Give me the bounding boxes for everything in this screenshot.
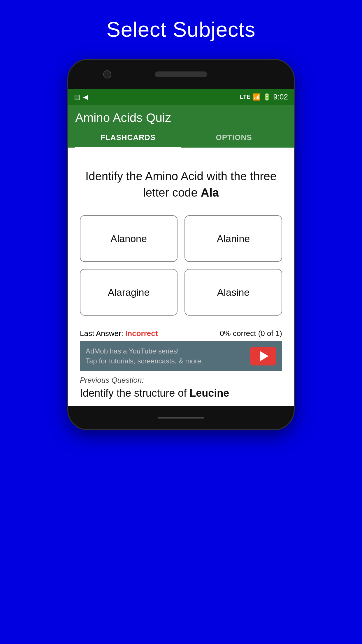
bottom-status: Last Answer: Incorrect 0% correct (0 of … [80, 324, 282, 341]
tabs-row: FLASHCARDS OPTIONS [75, 128, 287, 148]
ad-banner[interactable]: AdMob has a YouTube series! Tap for tuto… [80, 341, 282, 371]
previous-question: Identify the structure of Leucine [80, 386, 282, 400]
power-button [67, 118, 68, 144]
answer-button-2[interactable]: Alanine [184, 215, 282, 262]
phone-bottom [68, 406, 294, 429]
tab-flashcards[interactable]: FLASHCARDS [75, 128, 181, 148]
previous-section: Previous Question: Identify the structur… [80, 376, 282, 406]
tab-options[interactable]: OPTIONS [181, 128, 287, 148]
ad-text: AdMob has a YouTube series! Tap for tuto… [86, 346, 203, 366]
volume-down-button [294, 136, 295, 153]
front-camera [103, 70, 111, 78]
page-title: Select Subjects [106, 18, 255, 41]
signal-icon: 📶 [253, 93, 261, 101]
youtube-button[interactable] [250, 347, 276, 365]
ad-line2: Tap for tutorials, screencasts, & more. [86, 356, 203, 366]
notification-icon: ◀ [83, 93, 88, 101]
status-bar-left: ▤ ◀ [74, 93, 88, 101]
status-bar-right: LTE 📶 🔋 9:02 [240, 92, 288, 102]
answer-button-1[interactable]: Alanone [80, 215, 178, 262]
question-highlight: Ala [201, 186, 219, 199]
answer-button-3[interactable]: Alaragine [80, 269, 178, 316]
last-answer-label: Last Answer: [80, 329, 123, 338]
phone-top [68, 60, 294, 89]
status-time: 9:02 [273, 92, 288, 102]
home-bar [158, 417, 204, 419]
phone-shell: ▤ ◀ LTE 📶 🔋 9:02 Amino Acids Quiz FLASHC… [67, 59, 295, 430]
answer-button-4[interactable]: Alasine [184, 269, 282, 316]
ad-line1: AdMob has a YouTube series! [86, 346, 203, 356]
last-answer-value: Incorrect [125, 329, 158, 338]
answers-grid: Alanone Alanine Alaragine Alasine [80, 215, 282, 316]
question-text: Identify the Amino Acid with the three l… [80, 168, 282, 201]
main-content: Identify the Amino Acid with the three l… [68, 148, 294, 406]
previous-question-prefix: Identify the structure of [80, 387, 189, 399]
play-icon [260, 351, 268, 361]
lte-indicator: LTE [240, 94, 250, 100]
previous-label: Previous Question: [80, 376, 282, 385]
status-bar: ▤ ◀ LTE 📶 🔋 9:02 [68, 89, 294, 105]
phone-speaker [155, 71, 207, 77]
app-bar: Amino Acids Quiz FLASHCARDS OPTIONS [68, 105, 294, 148]
score-display: 0% correct (0 of 1) [220, 329, 282, 338]
question-prefix: Identify the Amino Acid with the three l… [85, 170, 277, 199]
volume-up-button [294, 112, 295, 130]
battery-icon: 🔋 [263, 93, 271, 101]
sim-icon: ▤ [74, 93, 80, 101]
app-title: Amino Acids Quiz [75, 111, 287, 125]
last-answer-section: Last Answer: Incorrect [80, 329, 158, 338]
previous-question-bold: Leucine [189, 387, 229, 399]
